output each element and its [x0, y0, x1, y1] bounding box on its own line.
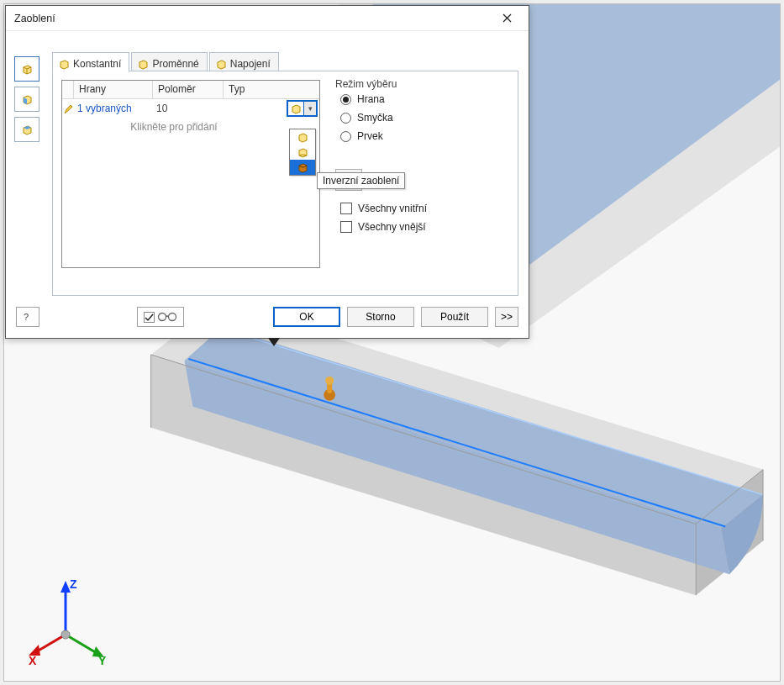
check-all-inner-label: Všechny vnitřní	[358, 203, 427, 214]
svg-rect-34	[145, 312, 155, 322]
tooltip: Inverzní zaoblení	[317, 172, 405, 189]
check-all-outer[interactable]: Všechny vnější	[340, 221, 509, 233]
tab-blend[interactable]: Napojení	[209, 52, 279, 72]
svg-marker-28	[292, 105, 300, 113]
fillet-type-icon	[288, 102, 303, 115]
col-radius[interactable]: Poloměr	[153, 81, 224, 99]
ok-button[interactable]: OK	[273, 307, 340, 327]
close-button[interactable]	[492, 8, 522, 29]
dialog-title: Zaoblení	[14, 13, 55, 24]
svg-marker-31	[299, 164, 307, 172]
svg-marker-26	[139, 61, 147, 69]
svg-marker-30	[299, 149, 307, 157]
chevron-down-icon: ▾	[303, 102, 316, 115]
checkbox-icon	[340, 221, 352, 233]
mode-edge-fillet[interactable]	[14, 56, 39, 82]
tab-blend-label: Napojení	[230, 58, 271, 70]
tab-variable-label: Proměnné	[152, 58, 198, 70]
svg-marker-29	[299, 134, 307, 142]
tab-variable[interactable]: Proměnné	[131, 52, 207, 72]
tab-constant-label: Konstantní	[73, 58, 121, 70]
svg-text:?: ?	[24, 312, 29, 322]
select-mode-label: Režim výběru	[335, 78, 509, 90]
mode-face-fillet[interactable]	[14, 87, 39, 112]
help-button[interactable]: ?	[16, 307, 39, 327]
apply-button[interactable]: Použít	[421, 307, 488, 327]
radio-dot-icon	[340, 131, 351, 142]
cell-radius[interactable]: 10	[153, 101, 224, 116]
svg-point-36	[169, 314, 176, 321]
dialog-anchor-icon	[268, 338, 280, 346]
svg-marker-27	[218, 61, 225, 69]
radio-loop-label: Smyčka	[357, 112, 393, 124]
radio-loop[interactable]: Smyčka	[340, 112, 509, 124]
cell-edges[interactable]: 1 vybraných	[74, 101, 153, 116]
help-icon: ?	[22, 311, 34, 323]
edge-table[interactable]: Hrany Poloměr Typ 1 vybraných 10	[61, 80, 320, 268]
mode-full-round[interactable]	[14, 117, 39, 142]
dialog-titlebar[interactable]: Zaoblení	[6, 6, 529, 31]
check-all-inner[interactable]: Všechny vnitřní	[340, 203, 509, 214]
add-row-hint: Klikněte pro přidání	[62, 121, 319, 133]
table-add-row[interactable]: Klikněte pro přidání	[62, 118, 319, 136]
type-dropdown-list[interactable]	[289, 129, 316, 176]
col-edges[interactable]: Hrany	[74, 81, 153, 99]
svg-point-35	[159, 314, 166, 321]
tabs: Konstantní Proměnné Napojení	[52, 51, 281, 71]
check-all-outer-label: Všechny vnější	[358, 221, 426, 233]
expand-button[interactable]: >>	[495, 307, 518, 327]
check-icon	[144, 312, 155, 323]
radio-edge[interactable]: Hrana	[340, 93, 509, 105]
type-option-inverted[interactable]	[290, 160, 315, 175]
cell-type-dropdown[interactable]: ▾	[287, 100, 318, 117]
col-type[interactable]: Typ	[224, 81, 319, 99]
svg-marker-25	[61, 61, 68, 69]
radio-dot-icon	[340, 94, 351, 105]
radio-feature-label: Prvek	[357, 130, 383, 142]
preview-toggle[interactable]	[137, 307, 184, 327]
radio-feature[interactable]: Prvek	[340, 130, 509, 142]
radio-dot-icon	[340, 113, 351, 124]
svg-point-9	[325, 377, 334, 385]
cancel-button[interactable]: Storno	[347, 307, 414, 327]
table-row[interactable]: 1 vybraných 10 ▾	[62, 99, 319, 118]
type-option-smooth[interactable]	[290, 145, 315, 160]
radio-edge-label: Hrana	[357, 93, 385, 105]
select-mode-radios: Hrana Smyčka Prvek	[340, 93, 509, 142]
glasses-icon	[157, 312, 177, 322]
fillet-dialog: Zaoblení Konstantní	[5, 5, 529, 339]
checkbox-icon	[340, 203, 352, 214]
tab-panel: Hrany Poloměr Typ 1 vybraných 10	[52, 71, 518, 296]
tab-constant[interactable]: Konstantní	[52, 52, 129, 72]
pencil-icon	[64, 103, 73, 114]
type-option-tangent[interactable]	[290, 129, 315, 145]
